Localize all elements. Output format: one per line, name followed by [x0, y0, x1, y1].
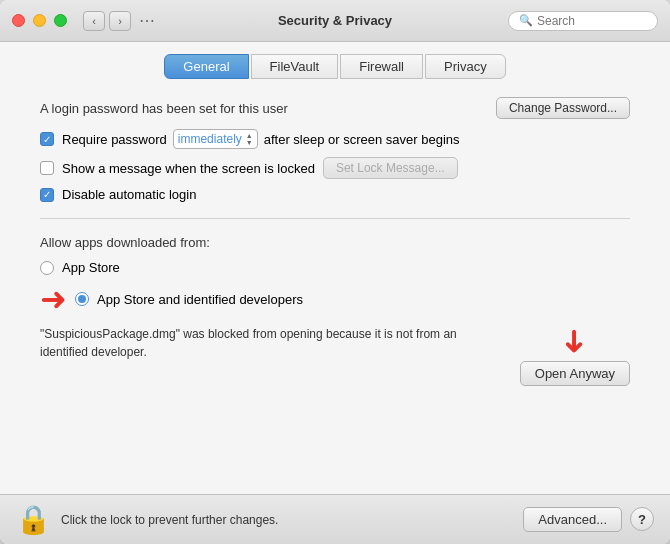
bottom-bar: 🔒 Click the lock to prevent further chan…: [0, 494, 670, 544]
show-message-checkbox[interactable]: [40, 161, 54, 175]
tab-general[interactable]: General: [164, 54, 248, 79]
advanced-button[interactable]: Advanced...: [523, 507, 622, 532]
lock-area[interactable]: 🔒 Click the lock to prevent further chan…: [16, 503, 278, 536]
app-store-row: App Store: [40, 260, 630, 275]
lock-text: Click the lock to prevent further change…: [61, 513, 278, 527]
blocked-row: "SuspiciousPackage.dmg" was blocked from…: [40, 325, 630, 386]
search-input[interactable]: [537, 14, 647, 28]
nav-buttons: ‹ ›: [83, 11, 131, 31]
require-password-label: Require password: [62, 132, 167, 147]
title-text: Security & Privacy: [278, 13, 392, 28]
allow-apps-label: Allow apps downloaded from:: [40, 235, 630, 250]
tabs-bar: General FileVault Firewall Privacy: [0, 42, 670, 87]
dropdown-value: immediately: [178, 132, 242, 146]
forward-icon: ›: [118, 15, 122, 27]
forward-button[interactable]: ›: [109, 11, 131, 31]
back-icon: ‹: [92, 15, 96, 27]
tab-firewall[interactable]: Firewall: [340, 54, 423, 79]
set-lock-message-button[interactable]: Set Lock Message...: [323, 157, 458, 179]
lock-icon: 🔒: [16, 503, 51, 536]
maximize-button[interactable]: [54, 14, 67, 27]
tab-privacy[interactable]: Privacy: [425, 54, 506, 79]
after-sleep-text: after sleep or screen saver begins: [264, 132, 460, 147]
traffic-lights: [12, 14, 67, 27]
blocked-text-area: "SuspiciousPackage.dmg" was blocked from…: [40, 325, 508, 361]
app-store-label: App Store: [62, 260, 120, 275]
app-store-identified-row: App Store and identified developers: [75, 292, 303, 307]
close-button[interactable]: [12, 14, 25, 27]
window-title: Security & Privacy: [278, 13, 392, 28]
search-box[interactable]: 🔍: [508, 11, 658, 31]
main-content: A login password has been set for this u…: [0, 87, 670, 494]
login-password-row: A login password has been set for this u…: [40, 97, 630, 119]
change-password-button[interactable]: Change Password...: [496, 97, 630, 119]
bottom-right-buttons: Advanced... ?: [523, 507, 654, 532]
arrow-down-icon: ➜: [559, 328, 591, 355]
dropdown-arrows-icon: ▲▼: [246, 132, 253, 146]
search-icon: 🔍: [519, 14, 533, 27]
open-anyway-button[interactable]: Open Anyway: [520, 361, 630, 386]
show-message-row: Show a message when the screen is locked…: [40, 157, 630, 179]
tab-filevault[interactable]: FileVault: [251, 54, 339, 79]
app-store-identified-label: App Store and identified developers: [97, 292, 303, 307]
password-timing-dropdown[interactable]: immediately ▲▼: [173, 129, 258, 149]
back-button[interactable]: ‹: [83, 11, 105, 31]
blocked-text: "SuspiciousPackage.dmg" was blocked from…: [40, 327, 457, 359]
help-button[interactable]: ?: [630, 507, 654, 531]
require-password-row: ✓ Require password immediately ▲▼ after …: [40, 129, 630, 149]
security-privacy-window: ‹ › ⋯ Security & Privacy 🔍 General FileV…: [0, 0, 670, 544]
disable-login-label: Disable automatic login: [62, 187, 196, 202]
disable-login-checkbox[interactable]: ✓: [40, 188, 54, 202]
show-message-label: Show a message when the screen is locked: [62, 161, 315, 176]
minimize-button[interactable]: [33, 14, 46, 27]
login-password-text: A login password has been set for this u…: [40, 101, 288, 116]
require-password-checkbox[interactable]: ✓: [40, 132, 54, 146]
divider: [40, 218, 630, 219]
disable-login-row: ✓ Disable automatic login: [40, 187, 630, 202]
grid-button[interactable]: ⋯: [139, 11, 155, 30]
arrow-left-icon: ➜: [40, 283, 67, 315]
app-store-identified-radio[interactable]: [75, 292, 89, 306]
titlebar: ‹ › ⋯ Security & Privacy 🔍: [0, 0, 670, 42]
app-store-radio[interactable]: [40, 261, 54, 275]
